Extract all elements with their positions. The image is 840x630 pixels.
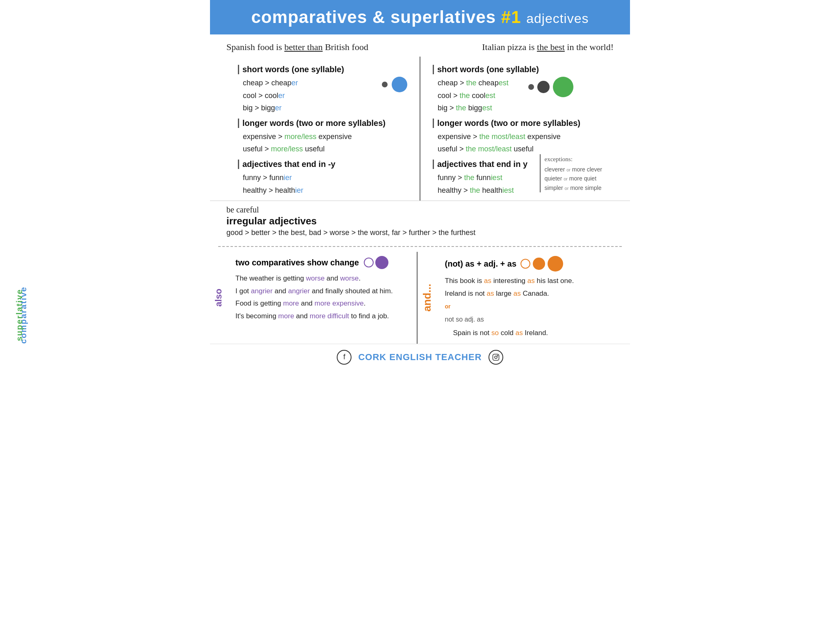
sup-longer-1: expensive > the most/least expensive — [438, 130, 606, 143]
be-careful-label: be careful — [226, 205, 618, 215]
comp-dots — [382, 77, 407, 92]
two-comp-title: two comparatives show change — [235, 258, 359, 267]
example-left: Spanish food is better than British food — [226, 42, 368, 52]
two-comp-sentences: The weather is getting worse and worse. … — [235, 272, 409, 322]
comp-endy-1-suffix: ier — [284, 173, 292, 182]
comp-suffix-3: er — [275, 104, 282, 112]
orange-dot-outline — [520, 259, 530, 269]
sup-word-2: cool > the coolest — [438, 89, 606, 102]
comp-word-3: big > bigger — [243, 102, 411, 114]
exception-2: quieter or more quiet — [545, 174, 603, 183]
brand-name: CORK ENGLISH TEACHER — [358, 352, 482, 363]
instagram-icon[interactable] — [488, 350, 503, 365]
header-number: #1 — [501, 7, 521, 27]
orange-dots — [520, 256, 563, 272]
examples-row: Spanish food is better than British food… — [210, 34, 630, 57]
sup-endy-wrapper: adjectives that end in y funny > the fun… — [433, 155, 606, 196]
example-right: Italian pizza is the best in the world! — [482, 42, 614, 52]
header-subtitle: adjectives — [526, 11, 589, 26]
not-as-header: (not) as + adj. + as — [445, 256, 618, 272]
sup-dots — [528, 77, 573, 97]
sup-short-list: cheap > the cheapest cool > the coolest … — [438, 77, 606, 114]
irregular-section: be careful irregular adjectives good > b… — [210, 201, 630, 241]
superlative-label-wrapper: superlative — [619, 57, 630, 201]
comp-suffix-2: er — [278, 91, 285, 100]
exception-3: simpler or more simple — [545, 183, 603, 192]
sup-longer-title: longer words (two or more syllables) — [433, 119, 606, 128]
two-comp-sent-1: The weather is getting worse and worse. — [235, 272, 409, 285]
comparative-label-wrapper: comparative — [210, 57, 221, 201]
facebook-icon[interactable]: f — [337, 350, 352, 365]
comp-longer-list: expensive > more/less expensive useful >… — [243, 130, 411, 155]
example-right-underline: the best — [537, 42, 565, 52]
dashed-divider — [218, 246, 622, 247]
comp-longer-1-colored: more/less — [285, 132, 317, 141]
comp-longer-1: expensive > more/less expensive — [243, 130, 411, 143]
comp-short-list: cheap > cheaper cool > cooler big > bigg… — [243, 77, 411, 114]
main-panels: comparative short words (one syllable) c… — [210, 57, 630, 201]
toggle-dot-outline — [364, 258, 374, 267]
svg-point-2 — [497, 355, 498, 356]
comp-dot-small — [382, 82, 388, 87]
or-row: or — [445, 301, 618, 312]
bottom-wrapper: also two comparatives show change The we… — [210, 252, 630, 344]
orange-dot-large — [548, 256, 563, 272]
not-so-label: not so adj. as — [445, 314, 618, 326]
sup-dot-small — [528, 84, 534, 90]
comp-endy-2: healthy > healthier — [243, 184, 411, 197]
exception-1: cleverer or more clever — [545, 165, 603, 174]
toggle-dot-filled — [375, 256, 388, 269]
bottom-section: two comparatives show change The weather… — [227, 252, 630, 344]
two-comp-header: two comparatives show change — [235, 256, 409, 269]
main-content: short words (one syllable) cheap > cheap… — [221, 57, 619, 201]
irregular-text: good > better > the best, bad > worse > … — [226, 228, 618, 237]
comp-endy-list: funny > funnier healthy > healthier — [243, 171, 411, 196]
not-as-sentences: This book is as interesting as his last … — [445, 275, 618, 340]
superlative-panel: short words (one syllable) cheap > the c… — [420, 57, 614, 201]
toggle-dots — [364, 256, 388, 269]
exceptions-box: exceptions: cleverer or more clever quie… — [540, 154, 603, 192]
two-comp-sent-2: I got angrier and angrier and finally sh… — [235, 285, 409, 298]
example-left-underline: better than — [284, 42, 322, 52]
sup-dot-large — [553, 77, 573, 97]
not-as-sent-1: This book is as interesting as his last … — [445, 275, 618, 288]
sup-short-title: short words (one syllable) — [433, 65, 606, 74]
comp-dot-large — [392, 77, 407, 92]
also-label: also — [210, 252, 227, 344]
svg-point-1 — [495, 356, 497, 358]
comp-longer-2: useful > more/less useful — [243, 143, 411, 155]
or-text: or — [445, 301, 451, 312]
sup-dot-medium — [537, 81, 550, 93]
sup-longer-2: useful > the most/least useful — [438, 143, 606, 155]
comp-endy-title: adjectives that end in -y — [238, 160, 411, 169]
not-as-section: (not) as + adj. + as This book is as int… — [437, 252, 626, 344]
sup-word-3: big > the biggest — [438, 102, 606, 114]
and-label: and... — [418, 252, 437, 344]
two-comp-sent-4: It's becoming more and more difficult to… — [235, 310, 409, 323]
sup-longer-list: expensive > the most/least expensive use… — [438, 130, 606, 155]
two-comp-sent-3: Food is getting more and more expensive. — [235, 297, 409, 310]
page-header: comparatives & superlatives #1 adjective… — [210, 0, 630, 34]
irregular-title: irregular adjectives — [226, 215, 618, 227]
comp-suffix-1: er — [292, 79, 298, 87]
orange-dot-med — [533, 258, 545, 270]
not-as-sent-2: Ireland is not as large as Canada. — [445, 288, 618, 300]
comp-longer-2-colored: more/less — [271, 145, 303, 153]
svg-rect-0 — [493, 354, 499, 360]
comp-longer-title: longer words (two or more syllables) — [238, 119, 411, 128]
exceptions-title: exceptions: — [545, 154, 603, 164]
comparative-panel: short words (one syllable) cheap > cheap… — [226, 57, 420, 201]
comp-endy-2-suffix: ier — [295, 186, 304, 194]
two-comp-section: two comparatives show change The weather… — [231, 252, 418, 344]
spain-sentence: Spain is not so cold as Ireland. — [445, 327, 618, 340]
comp-short-title: short words (one syllable) — [238, 65, 411, 74]
not-as-title: (not) as + adj. + as — [445, 259, 517, 269]
sup-word-1: cheap > the cheapest — [438, 77, 606, 89]
comp-endy-1: funny > funnier — [243, 171, 411, 184]
header-title: comparatives & superlatives — [251, 7, 496, 27]
footer: f CORK ENGLISH TEACHER — [210, 344, 630, 370]
